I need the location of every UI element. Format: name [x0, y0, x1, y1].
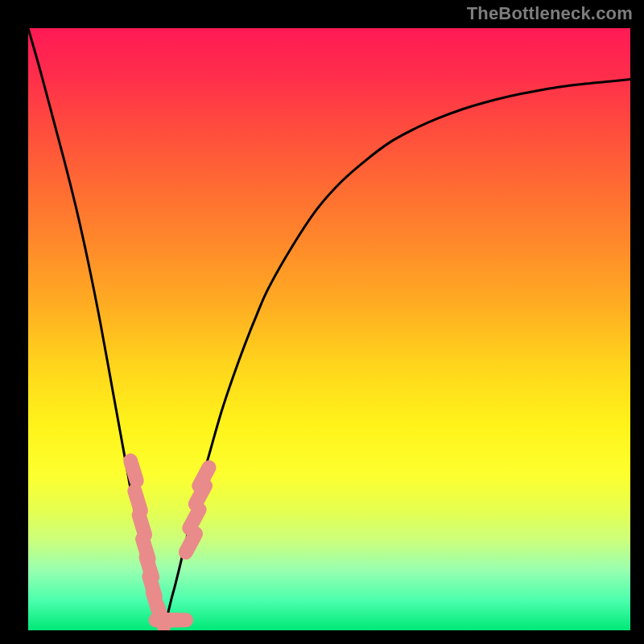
watermark-text: TheBottleneck.com [467, 3, 633, 24]
curve-line [28, 28, 630, 630]
chart-plot-area [28, 28, 630, 630]
chart-svg [28, 28, 630, 630]
marker-icon [186, 534, 196, 552]
marker-icon [189, 510, 199, 528]
marker-icon [199, 468, 208, 486]
chart-frame: TheBottleneck.com [0, 0, 644, 644]
curve-path [28, 28, 630, 630]
marker-icon [130, 460, 137, 481]
